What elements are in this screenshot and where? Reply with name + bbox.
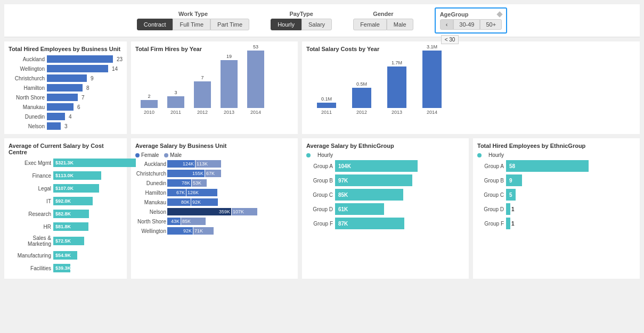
firm-hires-panel: Total Firm Hires by Year 2 2010 3 2011 7… xyxy=(131,41,298,134)
agegroup-tooltip: < 30 xyxy=(441,35,459,44)
table-row: Group B 9 xyxy=(477,174,635,186)
avgsalbu-female-val: 92K xyxy=(183,228,193,234)
svbar-bar xyxy=(352,88,371,108)
salary-costs-panel: Total Salary Costs by Year 0.1M 2011 0.5… xyxy=(302,41,640,134)
paytype-hourly-btn[interactable]: Hourly xyxy=(271,19,301,30)
worktype-buttons: Contract Full Time Part Time xyxy=(137,19,249,30)
avgsalbu-female-val: 80K xyxy=(181,199,191,205)
table-row: Hamilton 8 xyxy=(9,84,123,91)
vbar-bar xyxy=(247,51,264,108)
vbar-value: 7 xyxy=(201,75,203,80)
table-row: Nelson 359K 107K xyxy=(135,208,294,215)
agegroup-3049-btn[interactable]: 30-49 xyxy=(453,19,480,30)
worktype-contract-btn[interactable]: Contract xyxy=(137,19,173,30)
avgsalbu-female-bar: 43K xyxy=(167,218,181,225)
avgsalbu-bars: 78K 53K xyxy=(167,179,207,187)
table-row: Group A 58 xyxy=(477,160,635,172)
agegroup-lt30-btn[interactable]: ‹ xyxy=(440,19,454,30)
cbar-wrap: $107.0K xyxy=(53,184,123,193)
vbar-value: 19 xyxy=(226,54,232,59)
table-row: IT $92.0K xyxy=(9,197,123,205)
svbar-col: 1.7M 2013 xyxy=(387,60,406,115)
table-row: Christchurch 155K 67K xyxy=(135,170,294,177)
hired-by-bu-chart: Auckland 23 Wellington 14 Christchurch 9… xyxy=(9,55,123,130)
ethcnt-value: 58 xyxy=(506,163,515,169)
hbar-bar xyxy=(47,122,61,130)
table-row: Group F 87K xyxy=(306,218,464,229)
cbar-value: $54.9K xyxy=(53,253,71,258)
vbar-label: 2012 xyxy=(197,110,208,115)
avgsalbu-female-val: 359K xyxy=(219,209,231,214)
gender-label: Gender xyxy=(373,11,394,17)
vbar-label: 2014 xyxy=(250,110,261,115)
cbar-bar: $113.0K xyxy=(53,171,101,180)
table-row: Sales & Marketing $72.5K xyxy=(9,235,123,247)
avg-salary-bu-chart: Auckland 124K 113K Christchurch 155K 67K… xyxy=(135,160,294,235)
avgsalbu-male-val: 113K xyxy=(195,161,208,166)
svbar-col: 3.1M 2014 xyxy=(422,44,442,115)
hbar-bar xyxy=(47,74,87,82)
paytype-salary-btn[interactable]: Salary xyxy=(301,19,332,30)
salary-costs-chart: 0.1M 2011 0.5M 2012 1.7M 2013 3.1M xyxy=(306,55,635,124)
vbar-label: 2010 xyxy=(144,110,154,115)
hbar-label: Manukau xyxy=(9,104,45,110)
male-legend-dot: Male xyxy=(164,152,182,158)
worktype-fulltime-btn[interactable]: Full Time xyxy=(173,19,210,30)
ethbar-value: 97K xyxy=(335,178,348,184)
avgsalbu-bars: 124K 113K xyxy=(167,160,221,168)
avg-salary-ethnic-title: Average Salary by EthnicGroup xyxy=(306,143,464,149)
paytype-buttons: Hourly Salary xyxy=(271,19,332,30)
vbar-label: 2013 xyxy=(224,110,234,115)
hbar-label: Auckland xyxy=(9,56,45,62)
avgsalbu-male-bar: 71K xyxy=(193,227,214,235)
hbar-bar xyxy=(47,84,83,91)
avg-salary-bu-panel: Average Salary by Business Unit Female M… xyxy=(131,138,298,279)
avgsalbu-male-val: 92K xyxy=(191,199,201,205)
table-row: Wellington 14 xyxy=(9,65,123,72)
avgsalbu-bars: 155K 67K xyxy=(167,170,221,177)
worktype-parttime-btn[interactable]: Part Time xyxy=(210,19,249,30)
hbar-value: 14 xyxy=(112,66,118,72)
table-row: Auckland 124K 113K xyxy=(135,160,294,168)
table-row: Manukau 80K 92K xyxy=(135,198,294,206)
vbar-bar xyxy=(167,96,184,108)
gender-male-btn[interactable]: Male xyxy=(387,19,413,30)
hired-ethnic-panel: Total Hired Employees by EthnicGroup Hou… xyxy=(473,138,640,279)
vbar-col: 3 2011 xyxy=(167,90,184,115)
avgsalbu-label: Auckland xyxy=(135,161,166,167)
worktype-label: Work Type xyxy=(178,11,208,17)
ethcnt-value: 1 xyxy=(506,221,515,227)
cbar-value: $39.3K xyxy=(53,265,71,271)
cbar-label: Facilities xyxy=(9,265,51,271)
avgsalbu-male-val: 107K xyxy=(232,209,244,214)
avg-salary-cost-centre-title: Average of Current Salary by Cost Centre xyxy=(9,143,123,155)
hbar-label: North Shore xyxy=(9,95,45,101)
avgsalbu-label: Manukau xyxy=(135,199,166,205)
avgsalbu-female-val: 43K xyxy=(171,219,181,224)
paytype-label: PayType xyxy=(289,11,313,17)
ethbar-label: Group D xyxy=(306,206,333,212)
ethcnt-value: 5 xyxy=(506,192,512,198)
cbar-bar: $81.8K xyxy=(53,222,88,231)
table-row: Research $82.8K xyxy=(9,210,123,218)
table-row: Christchurch 9 xyxy=(9,74,123,82)
agegroup-50plus-btn[interactable]: 50+ xyxy=(480,19,502,30)
cbar-wrap: $39.3K xyxy=(53,264,123,272)
salary-costs-title: Total Salary Costs by Year xyxy=(306,46,635,52)
svbar-label: 2014 xyxy=(427,110,437,115)
gender-female-btn[interactable]: Female xyxy=(353,19,387,30)
cbar-wrap: $321.3K xyxy=(53,159,136,167)
paytype-filter: PayType Hourly Salary xyxy=(271,11,332,30)
cbar-bar: $107.0K xyxy=(53,184,99,193)
hbar-value: 4 xyxy=(69,114,72,120)
firm-hires-chart: 2 2010 3 2011 7 2012 19 2013 xyxy=(135,55,294,124)
cbar-wrap: $72.5K xyxy=(53,237,123,245)
vbar-value: 2 xyxy=(148,94,150,99)
ethcnt-bar: 5 xyxy=(506,189,516,201)
hourly-dot-icon xyxy=(306,153,311,157)
avgsalbu-bars: 359K 107K xyxy=(167,208,257,215)
ethbar-label: Group F xyxy=(306,221,333,227)
ethcnt-label: Group B xyxy=(477,178,504,184)
table-row: Auckland 23 xyxy=(9,55,123,63)
table-row: Hamilton 67K 126K xyxy=(135,189,294,196)
